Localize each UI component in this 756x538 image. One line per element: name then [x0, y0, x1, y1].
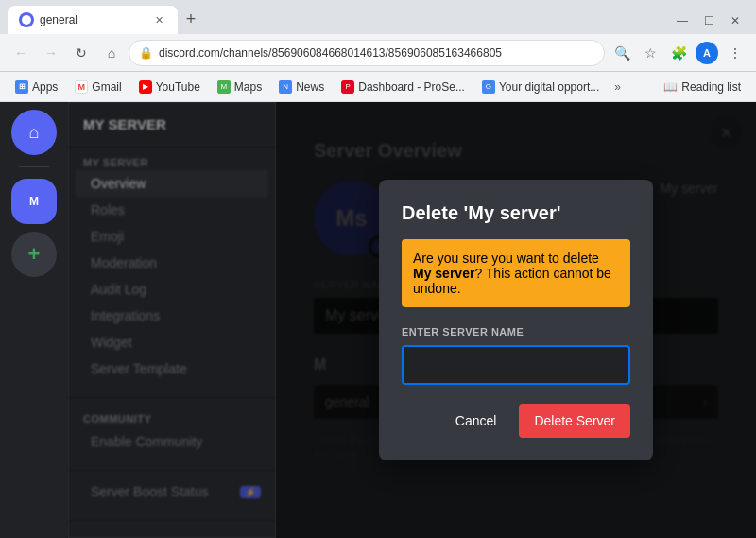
profile-button[interactable]: A [694, 40, 720, 66]
close-window-button[interactable]: ✕ [722, 8, 748, 34]
community-section: COMMUNITY Enable Community [68, 397, 276, 455]
tab-favicon-inner [22, 15, 31, 25]
server-icon-myserver[interactable]: M [11, 179, 57, 224]
subscriptions-section: Server Boost Status ⚡ [68, 470, 276, 505]
youtube-favicon: ▶ [139, 80, 152, 94]
profile-avatar: A [696, 42, 718, 64]
server-name-bar[interactable]: MY SERVER [68, 102, 276, 148]
bookmark-dashboard-label: Dashboard - ProSe... [358, 80, 465, 94]
sidebar-item-server-template[interactable]: Server Template [76, 356, 268, 382]
user-management-section: USER MANAGEMENT Members Invites Bans [68, 520, 276, 538]
sidebar-item-roles[interactable]: Roles [76, 197, 268, 223]
sidebar-item-widget[interactable]: Widget [76, 329, 268, 356]
gmail-favicon: M [75, 80, 88, 94]
reading-list-button[interactable]: 📖 Reading list [656, 77, 748, 97]
sidebar-item-integrations[interactable]: Integrations [76, 303, 268, 329]
bookmark-news-label: News [296, 80, 324, 94]
bookmark-digital-label: Your digital opport... [499, 80, 599, 94]
server-name-text: MY SERVER [83, 116, 166, 132]
sidebar-item-moderation[interactable]: Moderation [76, 250, 268, 276]
bookmark-youtube-label: YouTube [156, 80, 200, 94]
channels-list: MY SERVER Overview Roles Emoji Moderatio… [68, 148, 276, 538]
delete-server-button[interactable]: Delete Server [519, 404, 630, 438]
modal-actions: Cancel Delete Server [402, 404, 630, 438]
bookmark-youtube[interactable]: ▶ YouTube [131, 77, 208, 97]
modal-title: Delete 'My server' [402, 202, 630, 224]
boost-badge: ⚡ [240, 486, 261, 498]
menu-button[interactable]: ⋮ [722, 40, 748, 66]
reading-list-icon: 📖 [663, 80, 678, 94]
maps-favicon: M [217, 80, 231, 94]
server-icon-home[interactable]: ⌂ [11, 110, 57, 155]
home-button[interactable]: ⌂ [98, 40, 125, 66]
server-icons-column: ⌂ M + [0, 102, 68, 538]
bookmark-apps-label: Apps [32, 80, 58, 94]
sidebar-item-overview[interactable]: Overview [76, 170, 268, 197]
maximize-button[interactable]: ☐ [696, 8, 722, 34]
server-name-confirmation-input[interactable] [402, 345, 630, 385]
server-icon-add[interactable]: + [11, 232, 57, 277]
refresh-button[interactable]: ↻ [68, 40, 94, 66]
toolbar-actions: 🔍 ☆ 🧩 A ⋮ [609, 40, 748, 66]
bookmarks-bar: ⊞ Apps M Gmail ▶ YouTube M Maps N News P… [0, 72, 756, 102]
community-label: COMMUNITY [68, 406, 276, 428]
bookmark-gmail[interactable]: M Gmail [67, 77, 129, 97]
bookmark-maps-label: Maps [234, 80, 262, 94]
pinterest-favicon: P [341, 80, 354, 94]
search-button[interactable]: 🔍 [609, 40, 635, 66]
more-bookmarks-button[interactable]: » [609, 77, 627, 97]
bookmark-dashboard[interactable]: P Dashboard - ProSe... [334, 77, 472, 97]
forward-button[interactable]: → [38, 40, 64, 66]
tab-bar: general ✕ + — ☐ ✕ [0, 0, 756, 34]
google-favicon: G [482, 80, 495, 94]
extensions-button[interactable]: 🧩 [665, 40, 692, 66]
warning-server-name: My server [413, 266, 474, 281]
bookmark-digital[interactable]: G Your digital opport... [474, 77, 607, 97]
lock-icon: 🔒 [139, 46, 153, 60]
address-text: discord.com/channels/856906084668014613/… [159, 46, 594, 60]
bookmark-apps[interactable]: ⊞ Apps [8, 77, 65, 97]
bookmark-button[interactable]: ☆ [637, 40, 663, 66]
minimize-button[interactable]: — [669, 8, 696, 34]
browser-frame: general ✕ + — ☐ ✕ ← → ↻ ⌂ 🔒 discord.com/… [0, 0, 756, 538]
new-tab-button[interactable]: + [178, 6, 204, 32]
reading-list-label: Reading list [681, 80, 741, 94]
user-management-label: USER MANAGEMENT [68, 529, 276, 538]
back-button[interactable]: ← [8, 40, 34, 66]
tab-favicon [19, 12, 34, 27]
discord-app: ⌂ M + MY SERVER MY SERVER Overview Roles… [0, 102, 756, 538]
my-server-label: MY SERVER [68, 155, 276, 170]
tab-close-button[interactable]: ✕ [151, 12, 166, 27]
browser-toolbar: ← → ↻ ⌂ 🔒 discord.com/channels/856906084… [0, 34, 756, 72]
modal-overlay: Delete 'My server' Are you sure you want… [276, 102, 756, 538]
tab-title: general [40, 13, 146, 26]
sidebar-item-enable-community[interactable]: Enable Community [76, 428, 268, 455]
cancel-button[interactable]: Cancel [444, 406, 508, 436]
delete-server-modal: Delete 'My server' Are you sure you want… [379, 180, 653, 460]
modal-field-label: ENTER SERVER NAME [402, 326, 630, 338]
active-tab[interactable]: general ✕ [8, 6, 178, 34]
sidebar-item-audit-log[interactable]: Audit Log [76, 276, 268, 303]
sidebar-item-boost-status[interactable]: Server Boost Status ⚡ [76, 478, 268, 505]
bookmark-maps[interactable]: M Maps [210, 77, 269, 97]
channels-sidebar: MY SERVER MY SERVER Overview Roles Emoji… [68, 102, 276, 538]
sidebar-item-emoji[interactable]: Emoji [76, 223, 268, 250]
address-bar[interactable]: 🔒 discord.com/channels/85690608466801461… [129, 40, 605, 66]
news-favicon: N [279, 80, 292, 94]
bookmark-news[interactable]: N News [271, 77, 332, 97]
apps-favicon: ⊞ [15, 80, 28, 94]
main-content-area: Server Overview Ms + We recommend an ima… [276, 102, 756, 538]
bookmark-gmail-label: Gmail [92, 80, 121, 94]
modal-warning: Are you sure you want to delete My serve… [402, 239, 630, 307]
warning-text-prefix: Are you sure you want to delete [413, 251, 599, 266]
